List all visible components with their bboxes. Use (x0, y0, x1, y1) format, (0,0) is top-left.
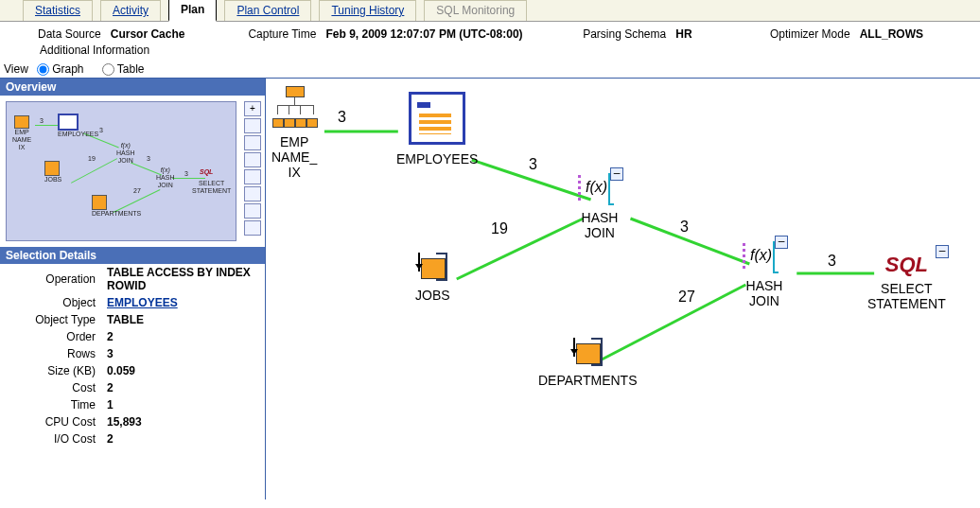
collapse-icon[interactable]: – (936, 245, 949, 258)
node-jobs[interactable]: JOBS (415, 247, 450, 303)
selection-details-header: Selection Details (0, 247, 265, 264)
overview-header: Overview (0, 79, 265, 96)
info-bar: Data Source Cursor Cache Capture Time Fe… (0, 22, 980, 44)
tab-tuning-history[interactable]: Tuning History (319, 0, 416, 21)
edge-label: 3 (338, 109, 346, 126)
edge-label: 3 (828, 253, 836, 270)
edge-label: 27 (678, 289, 695, 306)
zoom-in-button[interactable]: + (244, 101, 261, 116)
view-table-radio[interactable] (102, 63, 114, 76)
view-table-option[interactable]: Table (96, 62, 145, 76)
view-label: View (4, 62, 28, 76)
data-source-value: Cursor Cache (111, 27, 185, 41)
node-emp-name-ix[interactable]: EMP NAME_ IX (271, 86, 317, 180)
overview-thumbnail[interactable]: EMP NAME IX 3 EMPLOYEES 3 JOBS 19 f(x)HA… (6, 101, 236, 241)
parsing-schema-value: HR (675, 27, 691, 41)
node-hash-join-2[interactable]: f(x) – HASH JOIN (743, 241, 786, 308)
zoom-step-5[interactable] (244, 186, 261, 201)
table-icon (415, 247, 449, 281)
view-row: View Graph Table (0, 61, 980, 78)
table-row: Order2 (0, 328, 265, 345)
additional-information-link[interactable]: Additional Information (0, 44, 980, 61)
zoom-step-3[interactable] (244, 152, 261, 167)
parsing-schema-label: Parsing Schema (583, 27, 666, 41)
svg-line-3 (630, 219, 749, 264)
edge-label: 3 (529, 156, 537, 173)
table-row: ObjectEMPLOYEES (0, 294, 265, 311)
tab-activity[interactable]: Activity (100, 0, 161, 21)
zoom-step-2[interactable] (244, 135, 261, 150)
selection-details-panel: OperationTABLE ACCESS BY INDEX ROWID Obj… (0, 264, 265, 499)
zoom-step-4[interactable] (244, 169, 261, 184)
hash-join-icon: f(x) – (578, 173, 621, 203)
node-departments[interactable]: DEPARTMENTS (538, 332, 638, 388)
table-row: CPU Cost15,893 (0, 413, 265, 430)
collapse-icon[interactable]: – (775, 236, 788, 249)
table-row: Size (KB)0.059 (0, 362, 265, 379)
edge-label: 3 (680, 219, 689, 236)
overview-panel: EMP NAME IX 3 EMPLOYEES 3 JOBS 19 f(x)HA… (0, 96, 265, 247)
zoom-step-1[interactable] (244, 118, 261, 133)
collapse-icon[interactable]: – (610, 167, 623, 181)
table-access-icon (409, 92, 465, 145)
view-graph-option[interactable]: Graph (31, 62, 83, 76)
zoom-toolbar: + (242, 96, 265, 247)
data-source-label: Data Source (38, 27, 101, 41)
capture-time-value: Feb 9, 2009 12:07:07 PM (UTC-08:00) (325, 27, 522, 41)
sql-icon: SQL – (885, 253, 928, 277)
table-row: Time1 (0, 396, 265, 413)
node-hash-join-1[interactable]: f(x) – HASH JOIN (578, 173, 621, 240)
tab-sql-monitoring: SQL Monitoring (424, 0, 527, 21)
table-icon (570, 332, 604, 366)
node-employees[interactable]: EMPLOYEES (396, 92, 478, 166)
tab-bar: Statistics Activity Plan Plan Control Tu… (0, 0, 980, 22)
zoom-step-7[interactable] (244, 220, 261, 236)
hash-join-icon: f(x) – (743, 241, 786, 272)
node-select-statement[interactable]: SQL – SELECT STATEMENT (867, 253, 946, 311)
table-row: I/O Cost2 (0, 430, 265, 447)
index-icon (272, 86, 316, 128)
tab-plan-control[interactable]: Plan Control (224, 0, 311, 21)
edge-label: 19 (491, 220, 508, 237)
object-link[interactable]: EMPLOYEES (107, 296, 178, 309)
optimizer-mode-label: Optimizer Mode (770, 27, 850, 41)
table-row: Rows3 (0, 345, 265, 362)
tab-statistics[interactable]: Statistics (23, 0, 93, 21)
view-graph-radio[interactable] (37, 63, 49, 76)
plan-graph[interactable]: EMP NAME_ IX 3 EMPLOYEES 3 JOBS 19 f(x) … (266, 79, 980, 499)
optimizer-mode-value: ALL_ROWS (860, 27, 923, 41)
zoom-step-6[interactable] (244, 203, 261, 219)
table-row: Cost2 (0, 379, 265, 396)
tab-plan[interactable]: Plan (168, 0, 217, 22)
capture-time-label: Capture Time (248, 27, 316, 41)
table-row: OperationTABLE ACCESS BY INDEX ROWID (0, 264, 265, 294)
table-row: Object TypeTABLE (0, 311, 265, 328)
svg-line-2 (457, 219, 584, 279)
